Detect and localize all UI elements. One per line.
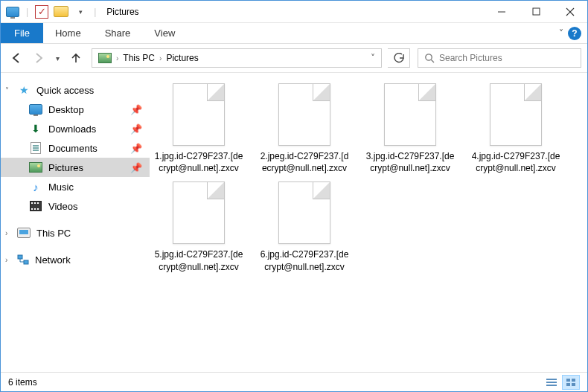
svg-line-5 — [432, 60, 435, 63]
sidebar-label: Network — [35, 254, 71, 266]
view-switcher — [543, 375, 580, 390]
window-title: Pictures — [106, 7, 138, 17]
chevron-right-icon: › — [5, 229, 7, 237]
home-tab[interactable]: Home — [43, 23, 93, 43]
status-bar: 6 items — [1, 372, 587, 391]
ribbon: File Home Share View ˅ ? — [1, 23, 587, 44]
sidebar-item-documents[interactable]: Documents 📌 — [1, 138, 150, 158]
share-tab[interactable]: Share — [93, 23, 143, 43]
address-dropdown-icon[interactable]: ˅ — [371, 53, 375, 63]
maximize-button[interactable] — [519, 1, 553, 23]
documents-icon — [29, 142, 42, 154]
file-name: 1.jpg.id-C279F237.[decrypt@null.net].zxc… — [154, 150, 243, 174]
file-item[interactable]: 5.jpg.id-C279F237.[decrypt@null.net].zxc… — [154, 181, 243, 272]
file-name: 3.jpg.id-C279F237.[decrypt@null.net].zxc… — [365, 150, 455, 174]
file-item[interactable]: 4.jpg.id-C279F237.[decrypt@null.net].zxc… — [471, 83, 560, 174]
sidebar-network[interactable]: › Network — [1, 250, 150, 269]
svg-rect-13 — [566, 383, 570, 386]
network-icon — [17, 254, 29, 265]
file-icon — [490, 83, 542, 146]
file-item[interactable]: 6.jpg.id-C279F237.[decrypt@null.net].zxc… — [260, 181, 349, 272]
file-name: 5.jpg.id-C279F237.[decrypt@null.net].zxc… — [154, 248, 243, 272]
navigation-pane: ˅ ★ Quick access Desktop 📌 ⬇ Downloads 📌… — [1, 73, 150, 372]
videos-icon — [29, 200, 42, 212]
title-bar: | ✓ ▾ | Pictures — [1, 1, 587, 23]
pc-icon — [17, 227, 31, 239]
sidebar-item-desktop[interactable]: Desktop 📌 — [1, 100, 150, 119]
star-icon: ★ — [17, 84, 31, 96]
pin-icon: 📌 — [130, 162, 142, 173]
navigation-bar: ▾ › This PC › Pictures ˅ Search Pictures — [1, 44, 587, 73]
search-icon — [424, 53, 435, 63]
expand-ribbon-icon[interactable]: ˅ — [559, 28, 563, 39]
qat-folder-button[interactable] — [52, 3, 70, 21]
file-item[interactable]: 1.jpg.id-C279F237.[decrypt@null.net].zxc… — [154, 83, 243, 174]
sidebar-item-label: Downloads — [48, 123, 96, 135]
sidebar-item-label: Videos — [48, 201, 78, 212]
desktop-icon — [29, 103, 42, 115]
sidebar-item-videos[interactable]: Videos — [1, 196, 150, 216]
file-icon — [173, 83, 225, 146]
explorer-body: ˅ ★ Quick access Desktop 📌 ⬇ Downloads 📌… — [1, 73, 587, 372]
file-tab[interactable]: File — [1, 23, 43, 43]
sidebar-label: This PC — [36, 228, 71, 239]
music-icon: ♪ — [29, 181, 42, 193]
chevron-down-icon: ˅ — [5, 86, 9, 94]
help-button[interactable]: ? — [568, 27, 581, 40]
back-button[interactable] — [7, 48, 26, 68]
details-view-button[interactable] — [543, 375, 560, 390]
chevron-right-icon[interactable]: › — [159, 54, 162, 62]
view-tab[interactable]: View — [142, 23, 187, 43]
refresh-button[interactable] — [388, 48, 410, 68]
search-placeholder: Search Pictures — [439, 53, 502, 63]
sidebar-item-downloads[interactable]: ⬇ Downloads 📌 — [1, 119, 150, 138]
sidebar-quick-access[interactable]: ˅ ★ Quick access — [1, 80, 150, 100]
sidebar-item-label: Documents — [48, 143, 98, 154]
window-controls — [485, 1, 587, 23]
file-list[interactable]: 1.jpg.id-C279F237.[decrypt@null.net].zxc… — [150, 73, 587, 372]
qat-divider-2: | — [94, 7, 96, 17]
forward-button[interactable] — [29, 48, 48, 68]
breadcrumb-this-pc[interactable]: This PC — [123, 53, 155, 63]
svg-rect-9 — [546, 382, 557, 383]
file-item[interactable]: 3.jpg.id-C279F237.[decrypt@null.net].zxc… — [365, 83, 455, 174]
file-name: 2.jpeg.id-C279F237.[decrypt@null.net].zx… — [260, 150, 349, 174]
chevron-right-icon[interactable]: › — [116, 54, 118, 62]
file-icon — [173, 181, 225, 244]
close-button[interactable] — [553, 1, 587, 23]
minimize-button[interactable] — [485, 1, 519, 23]
pin-icon: 📌 — [130, 123, 142, 135]
downloads-icon: ⬇ — [29, 123, 42, 135]
qat-app-icon[interactable] — [4, 3, 22, 21]
sidebar-this-pc[interactable]: › This PC — [1, 223, 150, 242]
svg-point-4 — [426, 54, 432, 60]
svg-rect-1 — [533, 8, 540, 15]
sidebar-item-music[interactable]: ♪ Music — [1, 177, 150, 196]
svg-rect-14 — [572, 383, 575, 386]
svg-rect-8 — [546, 379, 557, 380]
large-icons-view-button[interactable] — [562, 375, 580, 390]
svg-rect-10 — [546, 385, 557, 386]
address-bar[interactable]: › This PC › Pictures ˅ — [92, 48, 382, 68]
svg-rect-7 — [24, 260, 28, 264]
file-icon — [384, 83, 436, 146]
chevron-right-icon: › — [5, 256, 7, 264]
pictures-icon — [29, 161, 42, 173]
recent-locations-button[interactable]: ▾ — [51, 48, 63, 68]
file-icon — [278, 83, 330, 146]
location-icon — [98, 53, 112, 63]
quick-access-toolbar: | ✓ ▾ | — [1, 3, 102, 21]
qat-properties-button[interactable]: ✓ — [33, 3, 51, 21]
file-icon — [278, 181, 330, 244]
svg-rect-6 — [18, 255, 22, 259]
sidebar-item-label: Desktop — [48, 104, 84, 115]
file-item[interactable]: 2.jpeg.id-C279F237.[decrypt@null.net].zx… — [260, 83, 349, 174]
qat-customize-button[interactable]: ▾ — [71, 3, 89, 21]
search-input[interactable]: Search Pictures — [418, 48, 581, 68]
breadcrumb-pictures[interactable]: Pictures — [166, 53, 198, 63]
up-button[interactable] — [66, 48, 86, 68]
sidebar-item-label: Music — [48, 181, 74, 193]
file-name: 4.jpg.id-C279F237.[decrypt@null.net].zxc… — [471, 150, 560, 174]
sidebar-item-pictures[interactable]: Pictures 📌 — [1, 158, 150, 177]
svg-rect-11 — [566, 379, 570, 382]
